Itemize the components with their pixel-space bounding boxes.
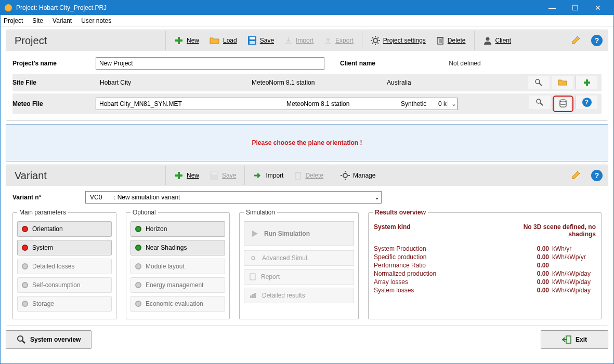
svg-line-14 — [372, 43, 373, 44]
menu-project[interactable]: Project — [4, 17, 23, 24]
project-edit-button[interactable] — [565, 30, 586, 51]
report-button[interactable]: Report — [244, 269, 354, 285]
system-overview-button[interactable]: System overview — [6, 330, 92, 349]
meteo-view-button[interactable] — [529, 96, 551, 109]
variant-manage-button[interactable]: Manage — [335, 165, 381, 186]
variant-panel: Variant New Save Import — [6, 165, 608, 326]
svg-rect-25 — [584, 82, 590, 84]
results-head-left: System kind — [374, 223, 411, 238]
chevron-down-icon[interactable]: ⌄ — [372, 194, 381, 201]
detailed-losses-button[interactable]: Detailed losses — [17, 259, 112, 274]
menu-site[interactable]: Site — [32, 17, 43, 24]
site-file-label: Site File — [12, 79, 96, 86]
status-dot-icon — [22, 245, 28, 251]
project-new-button[interactable]: New — [169, 30, 204, 51]
results-legend: Results overview — [373, 209, 428, 216]
svg-rect-41 — [250, 274, 255, 280]
results-key: System Production — [374, 245, 523, 252]
exit-icon — [562, 335, 571, 344]
economic-evaluation-button[interactable]: Economic evaluation — [130, 296, 225, 312]
results-value: 0.00 — [523, 245, 549, 252]
chart-icon — [250, 292, 257, 299]
plus-icon — [174, 36, 184, 45]
project-client-button[interactable]: Client — [478, 30, 517, 51]
svg-rect-42 — [250, 295, 252, 298]
gear-icon — [250, 254, 257, 262]
svg-rect-17 — [437, 37, 443, 38]
results-row: System losses0.00kWh/kWp/day — [374, 287, 596, 294]
module-layout-button[interactable]: Module layout — [130, 259, 225, 274]
results-key: System losses — [374, 287, 523, 294]
site-view-button[interactable] — [528, 76, 550, 89]
project-name-input[interactable] — [96, 57, 324, 70]
help-icon: ? — [591, 170, 603, 181]
variant-edit-button[interactable] — [565, 165, 586, 186]
svg-rect-33 — [295, 173, 301, 179]
app-icon — [5, 4, 12, 11]
storage-button[interactable]: Storage — [17, 296, 112, 312]
project-delete-button[interactable]: Delete — [431, 30, 471, 51]
system-button[interactable]: System — [17, 240, 112, 255]
results-key: Array losses — [374, 278, 523, 286]
horizon-button[interactable]: Horizon — [130, 221, 225, 237]
project-settings-button[interactable]: Project settings — [365, 30, 431, 51]
svg-line-12 — [372, 37, 373, 38]
project-panel: Project New Load Save — [6, 30, 608, 121]
site-open-button[interactable] — [552, 76, 573, 89]
project-load-button[interactable]: Load — [204, 30, 242, 51]
status-dot-icon — [22, 282, 28, 288]
orientation-notice: Please choose the plane orientation ! — [6, 124, 608, 161]
svg-rect-3 — [250, 37, 255, 39]
svg-rect-32 — [212, 172, 217, 174]
simulation-legend: Simulation — [244, 209, 277, 216]
variant-help-button[interactable]: ? — [586, 165, 608, 186]
run-simulation-button[interactable]: Run Simulation — [244, 221, 354, 246]
site-add-button[interactable] — [576, 76, 597, 89]
advanced-simul-button[interactable]: Advanced Simul. — [244, 250, 354, 266]
status-dot-icon — [22, 263, 28, 269]
status-dot-icon — [22, 226, 28, 232]
meteo-source: MeteoNorm 8.1 station — [283, 100, 398, 107]
svg-point-28 — [560, 100, 566, 102]
optional-group: Optional Horizon Near Shadings Module la… — [126, 209, 230, 319]
self-consumption-button[interactable]: Self-consumption — [17, 277, 112, 293]
svg-point-22 — [535, 79, 540, 84]
variant-new-button[interactable]: New — [169, 165, 204, 186]
variant-select[interactable]: VC0 : New simulation variant ⌄ — [85, 191, 382, 204]
project-save-button[interactable]: Save — [242, 30, 279, 51]
exit-button[interactable]: Exit — [541, 330, 608, 349]
variant-import-button[interactable]: Import — [248, 165, 289, 186]
orientation-button[interactable]: Orientation — [17, 221, 112, 237]
magnifier-icon — [535, 98, 544, 106]
svg-rect-34 — [295, 172, 301, 173]
chevron-down-icon[interactable]: ⌄ — [448, 100, 457, 107]
detailed-results-button[interactable]: Detailed results — [244, 288, 354, 303]
menu-variant[interactable]: Variant — [53, 17, 72, 24]
meteo-help-button[interactable]: ? — [576, 96, 597, 109]
variant-no-label: Variant n° — [12, 194, 80, 201]
client-name-value: Not defined — [413, 60, 517, 67]
meteo-type: Synthetic — [398, 100, 429, 107]
variant-delete-button[interactable]: Delete — [289, 165, 329, 186]
energy-management-button[interactable]: Energy management — [130, 277, 225, 293]
variant-code: VC0 — [86, 194, 112, 201]
menu-user-notes[interactable]: User notes — [81, 17, 111, 24]
near-shadings-button[interactable]: Near Shadings — [130, 240, 225, 255]
person-icon — [483, 36, 492, 45]
results-unit: kWh/kWp/day — [549, 270, 596, 277]
client-name-label: Client name — [340, 60, 413, 67]
close-button[interactable]: ✕ — [586, 1, 609, 15]
results-overview: Results overview System kind No 3D scene… — [368, 209, 602, 319]
maximize-button[interactable]: ☐ — [564, 1, 586, 15]
meteo-filename: Hobart City_MN81_SYN.MET — [96, 100, 283, 107]
project-export-button[interactable]: Export — [319, 30, 359, 51]
svg-rect-1 — [175, 39, 182, 42]
variant-save-button[interactable]: Save — [204, 165, 241, 186]
project-help-button[interactable]: ? — [586, 30, 608, 51]
meteo-file-select[interactable]: Hobart City_MN81_SYN.MET MeteoNorm 8.1 s… — [96, 98, 458, 110]
results-value: 0.00 — [523, 278, 549, 286]
minimize-button[interactable]: — — [541, 1, 564, 15]
meteo-database-button[interactable] — [555, 98, 571, 110]
svg-point-21 — [486, 37, 489, 41]
project-import-button[interactable]: Import — [279, 30, 319, 51]
